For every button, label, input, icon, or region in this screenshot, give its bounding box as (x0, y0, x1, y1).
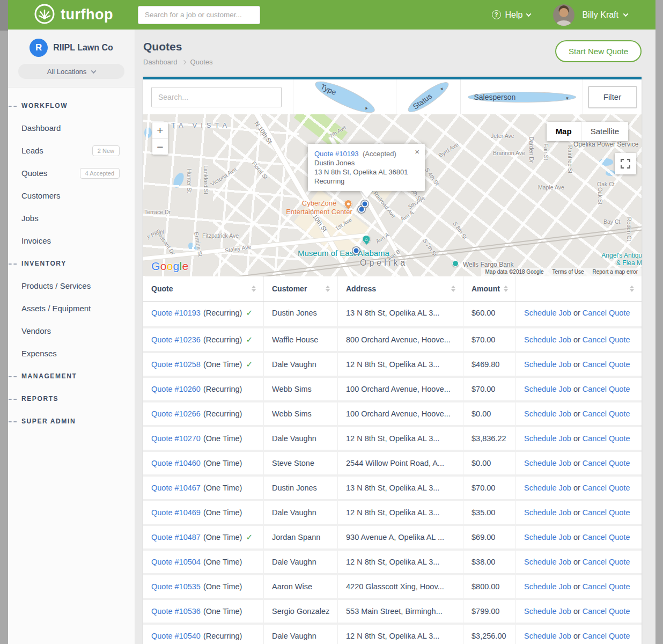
sort-icon[interactable] (504, 286, 508, 292)
cancel-quote-link[interactable]: Cancel Quote (583, 459, 630, 467)
cancel-quote-link[interactable]: Cancel Quote (583, 632, 630, 640)
cancel-quote-link[interactable]: Cancel Quote (583, 558, 630, 566)
cancel-quote-link[interactable]: Cancel Quote (583, 607, 630, 616)
sidebar-item-jobs[interactable]: Jobs (8, 207, 135, 230)
quote-cell: Quote #10536(One Time) (143, 600, 263, 623)
filter-button[interactable]: Filter (588, 86, 637, 108)
quote-link[interactable]: Quote #10236 (151, 335, 201, 344)
quote-link[interactable]: Quote #10504 (151, 558, 201, 566)
quote-link[interactable]: Quote #10270 (151, 434, 201, 443)
fullscreen-button[interactable] (615, 153, 636, 174)
locations-dropdown[interactable]: All Locations (18, 64, 124, 79)
schedule-job-link[interactable]: Schedule Job (524, 309, 571, 317)
quote-link[interactable]: Quote #10540 (151, 632, 201, 640)
global-search-input[interactable] (138, 6, 260, 24)
breadcrumb-dashboard[interactable]: Dashboard (143, 58, 178, 66)
schedule-job-link[interactable]: Schedule Job (524, 607, 571, 616)
col-header-amount[interactable]: Amount (463, 276, 515, 301)
report-map-error-link[interactable]: Report a map error (593, 269, 638, 275)
cancel-quote-link[interactable]: Cancel Quote (583, 335, 630, 344)
quote-link[interactable]: Quote #10467 (151, 484, 201, 492)
company-logo: R (30, 39, 48, 57)
sort-icon[interactable] (252, 286, 256, 292)
satellite-view-button[interactable]: Satellite (581, 122, 628, 141)
schedule-job-link[interactable]: Schedule Job (524, 484, 571, 492)
table-row: Quote #10467(One Time)Dustin Jones13 N 8… (143, 474, 642, 499)
schedule-job-link[interactable]: Schedule Job (524, 558, 571, 566)
map[interactable]: TA VISTAVictoria AveFloral StN 10th StN … (143, 114, 642, 276)
right-scrollbar[interactable] (655, 0, 663, 644)
sort-icon[interactable] (326, 286, 330, 292)
quote-link[interactable]: Quote #10469 (151, 508, 201, 517)
scrollbar-thumb[interactable] (0, 0, 8, 31)
schedule-job-link[interactable]: Schedule Job (524, 434, 571, 443)
quote-link[interactable]: Quote #10258 (151, 360, 201, 369)
schedule-job-link[interactable]: Schedule Job (524, 360, 571, 369)
cancel-quote-link[interactable]: Cancel Quote (583, 385, 630, 393)
zoom-out-button[interactable]: − (152, 138, 168, 155)
or-text: or (571, 335, 583, 344)
popup-close-button[interactable]: × (415, 147, 419, 156)
sidebar-item-dashboard[interactable]: Dashboard (8, 117, 135, 140)
terms-of-use-link[interactable]: Terms of Use (552, 269, 584, 275)
brand-logo[interactable]: turfhop (34, 3, 113, 27)
schedule-job-link[interactable]: Schedule Job (524, 385, 571, 393)
user-menu[interactable]: Billy Kraft (582, 10, 628, 20)
schedule-job-link[interactable]: Schedule Job (524, 632, 571, 640)
cancel-quote-link[interactable]: Cancel Quote (583, 309, 630, 317)
col-header-actions[interactable] (515, 276, 642, 301)
schedule-job-link[interactable]: Schedule Job (524, 533, 571, 541)
cancel-quote-link[interactable]: Cancel Quote (583, 508, 630, 517)
quotes-search-input[interactable] (151, 87, 282, 107)
type-select[interactable]: Type (312, 76, 378, 118)
col-header-quote[interactable]: Quote (143, 276, 263, 301)
schedule-job-link[interactable]: Schedule Job (524, 459, 571, 467)
address-cell: 12 N 8th St, Opelika AL 3... (337, 427, 463, 450)
cancel-quote-link[interactable]: Cancel Quote (583, 582, 630, 591)
salesperson-select[interactable]: Salesperson (468, 92, 576, 103)
quote-link[interactable]: Quote #10460 (151, 459, 201, 467)
col-header-address[interactable]: Address (337, 276, 463, 301)
nav-section-super-admin: SUPER ADMIN (8, 410, 135, 433)
schedule-job-link[interactable]: Schedule Job (524, 409, 571, 418)
schedule-job-link[interactable]: Schedule Job (524, 582, 571, 591)
sidebar-item-customers[interactable]: Customers (8, 185, 135, 207)
status-select[interactable]: Status (404, 78, 452, 116)
or-text: or (571, 385, 583, 393)
sort-icon[interactable] (451, 286, 455, 292)
cancel-quote-link[interactable]: Cancel Quote (583, 484, 630, 492)
quote-link[interactable]: Quote #10266 (151, 409, 201, 418)
quote-type: (One Time) (203, 459, 242, 467)
schedule-job-link[interactable]: Schedule Job (524, 508, 571, 517)
sidebar-item-assets-equipment[interactable]: Assets / Equipment (8, 297, 135, 320)
quote-link[interactable]: Quote #10536 (151, 607, 201, 616)
quote-link[interactable]: Quote #10487 (151, 533, 201, 541)
cancel-quote-link[interactable]: Cancel Quote (583, 409, 630, 418)
sort-icon[interactable] (630, 286, 634, 292)
user-avatar[interactable] (553, 4, 574, 26)
popup-quote-link[interactable]: Quote #10193 (314, 150, 358, 158)
col-header-customer[interactable]: Customer (263, 276, 337, 301)
sidebar-item-vendors[interactable]: Vendors (8, 320, 135, 342)
cancel-quote-link[interactable]: Cancel Quote (583, 360, 630, 369)
left-scrollbar[interactable] (0, 0, 8, 644)
start-new-quote-button[interactable]: Start New Quote (555, 40, 642, 62)
col-header-label: Customer (272, 284, 307, 293)
quote-link[interactable]: Quote #10193 (151, 309, 201, 317)
map-view-button[interactable]: Map (547, 122, 581, 141)
sidebar-item-expenses[interactable]: Expenses (8, 342, 135, 365)
or-text: or (571, 582, 583, 591)
sidebar-item-products-services[interactable]: Products / Services (8, 275, 135, 297)
quote-map-marker[interactable] (353, 247, 360, 254)
google-logo[interactable]: Google (151, 260, 189, 273)
sidebar-item-quotes[interactable]: Quotes4 Accepted (8, 162, 135, 185)
sidebar-item-leads[interactable]: Leads2 New (8, 140, 135, 162)
cancel-quote-link[interactable]: Cancel Quote (583, 434, 630, 443)
help-menu[interactable]: Help (492, 10, 531, 20)
quote-link[interactable]: Quote #10535 (151, 582, 201, 591)
quote-link[interactable]: Quote #10260 (151, 385, 201, 393)
schedule-job-link[interactable]: Schedule Job (524, 335, 571, 344)
cancel-quote-link[interactable]: Cancel Quote (583, 533, 630, 541)
sidebar-item-invoices[interactable]: Invoices (8, 230, 135, 252)
zoom-in-button[interactable]: + (152, 122, 168, 138)
